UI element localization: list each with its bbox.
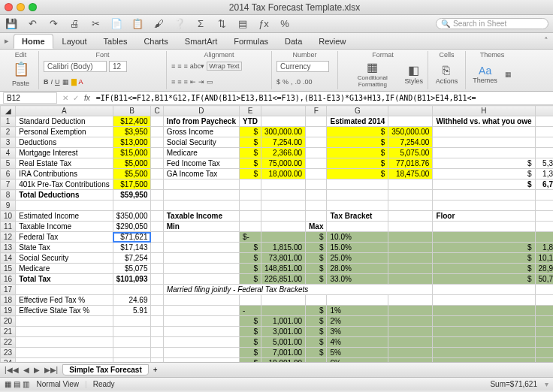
orientation-icon[interactable]: abc▾ [190, 62, 205, 70]
cell-C11[interactable] [151, 222, 163, 232]
cell-F9[interactable] [306, 201, 327, 211]
tab-home[interactable]: Home [14, 34, 53, 49]
cell-E24-val[interactable]: 10,001.00 [261, 358, 305, 363]
row-header-9[interactable]: 9 [1, 201, 16, 211]
cell-G23-val[interactable] [388, 348, 433, 358]
cell-H4[interactable] [433, 148, 535, 158]
cell-G7-val[interactable] [388, 179, 433, 190]
cell-F21[interactable]: $ [306, 327, 327, 337]
cell-B15[interactable]: $5,075 [113, 264, 151, 274]
cell-G7[interactable] [327, 179, 388, 190]
underline-button[interactable]: U [55, 78, 60, 86]
row-header-13[interactable]: 13 [1, 243, 16, 253]
cell-H7[interactable]: $ [433, 179, 535, 190]
tab-layout[interactable]: Layout [55, 35, 95, 48]
font-size-select[interactable]: 12 [109, 61, 127, 72]
cell-H19[interactable] [433, 306, 535, 316]
cell-E20-val[interactable]: 1,001.00 [261, 316, 305, 327]
cell-C24[interactable] [151, 358, 163, 363]
cell-G6-val[interactable]: 18,475.00 [388, 169, 433, 179]
col-header-C[interactable]: C [151, 106, 163, 116]
row-header-10[interactable]: 10 [1, 211, 16, 222]
cell-F23[interactable]: $ [306, 348, 327, 358]
row-header-7[interactable]: 7 [1, 179, 16, 190]
cell-H24[interactable] [433, 358, 535, 363]
cell-E11[interactable] [239, 222, 261, 232]
cell-A6[interactable]: IRA Contributions [16, 169, 113, 179]
cell-H23[interactable] [433, 348, 535, 358]
wrap-text-button[interactable]: Wrap Text [207, 62, 241, 71]
cell-F8[interactable] [306, 190, 327, 201]
cell-A17[interactable] [16, 285, 113, 295]
percent-icon[interactable]: % [278, 17, 292, 31]
cell-H20-val[interactable]: 10 [535, 316, 553, 327]
cell-A8[interactable]: Total Deductions [16, 190, 113, 201]
bold-button[interactable]: B [44, 78, 49, 86]
cell-G9[interactable] [327, 201, 388, 211]
cell-A5[interactable]: Real Estate Tax [16, 158, 113, 169]
indent-dec-icon[interactable]: ⇤ [190, 78, 196, 86]
cell-F2[interactable] [306, 127, 327, 137]
cell-C13[interactable] [151, 243, 163, 253]
cell-D15[interactable] [163, 264, 239, 274]
first-sheet-icon[interactable]: |◀◀ [3, 366, 20, 374]
cell-A21[interactable] [16, 327, 113, 337]
enter-icon[interactable]: ✓ [71, 94, 81, 102]
italic-button[interactable]: I [51, 78, 53, 86]
cell-H8-val[interactable] [535, 190, 553, 201]
row-header-16[interactable]: 16 [1, 274, 16, 285]
cell-H12-val[interactable] [535, 232, 553, 243]
cell-E24[interactable]: $ [239, 358, 261, 363]
cell-H22[interactable] [433, 337, 535, 348]
cell-H20[interactable] [433, 316, 535, 327]
cell-C2[interactable] [151, 127, 163, 137]
cell-G5-val[interactable]: 77,018.76 [388, 158, 433, 169]
search-input[interactable]: 🔍 Search in Sheet [436, 18, 548, 29]
cell-C9[interactable] [151, 201, 163, 211]
cell-F13[interactable]: $ [306, 243, 327, 253]
cell-E17[interactable] [433, 285, 535, 295]
cell-D21[interactable] [163, 327, 239, 337]
cell-E23-val[interactable]: 7,001.00 [261, 348, 305, 358]
cell-E5-val[interactable]: 75,000.00 [261, 158, 305, 169]
cell-E13-val[interactable]: 1,815.00 [261, 243, 305, 253]
cell-E17-val[interactable] [535, 285, 553, 295]
tab-tables[interactable]: Tables [96, 35, 135, 48]
tab-review[interactable]: Review [311, 35, 353, 48]
cell-E18-val[interactable] [261, 295, 305, 306]
cell-G4-val[interactable]: 5,075.00 [388, 148, 433, 158]
select-all-cell[interactable]: ◢ [1, 106, 16, 116]
cell-A14[interactable]: Social Security [16, 253, 113, 264]
cell-G18-val[interactable] [388, 295, 433, 306]
cell-G21-val[interactable] [388, 327, 433, 337]
font-color-button[interactable]: A [79, 78, 83, 86]
cell-C5[interactable] [151, 158, 163, 169]
cell-C21[interactable] [151, 327, 163, 337]
undo-icon[interactable]: ↶ [26, 17, 39, 31]
cell-C3[interactable] [151, 137, 163, 148]
cell-E14[interactable]: $ [239, 253, 261, 264]
redo-icon[interactable]: ↷ [47, 17, 60, 31]
cell-D14[interactable] [163, 253, 239, 264]
cell-A7[interactable]: 401k Pre-Tax Contributions [16, 179, 113, 190]
cell-E12-val[interactable] [261, 232, 305, 243]
cell-G20[interactable]: 2% [327, 316, 388, 327]
cell-B21[interactable] [113, 327, 151, 337]
cell-G5[interactable]: $ [327, 158, 388, 169]
cell-H16[interactable]: $ [433, 274, 535, 285]
cell-B23[interactable] [113, 348, 151, 358]
cell-D20[interactable] [163, 316, 239, 327]
cell-D23[interactable] [163, 348, 239, 358]
cell-D2[interactable]: Gross Income [163, 127, 239, 137]
paste-icon[interactable]: 📋 [131, 17, 144, 31]
cell-D17[interactable]: Married filing jointly - Federal Tax Bra… [163, 285, 433, 295]
border-button[interactable]: ▦ [62, 78, 69, 86]
next-sheet-icon[interactable]: ▶ [32, 366, 41, 374]
cell-G16[interactable]: 33.0% [327, 274, 388, 285]
col-header-B[interactable]: B [113, 106, 151, 116]
cell-H15[interactable]: $ [433, 264, 535, 274]
cell-B4[interactable]: $15,000 [113, 148, 151, 158]
row-header-5[interactable]: 5 [1, 158, 16, 169]
cell-G16-val[interactable] [388, 274, 433, 285]
cell-E23[interactable]: $ [239, 348, 261, 358]
